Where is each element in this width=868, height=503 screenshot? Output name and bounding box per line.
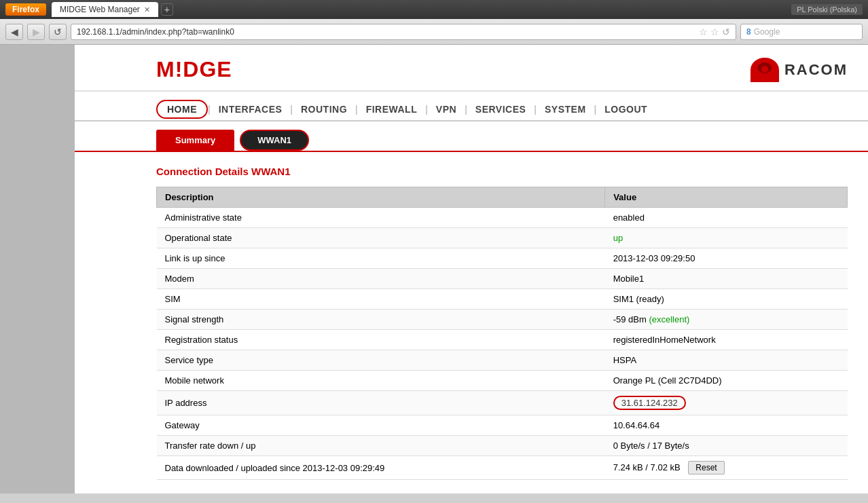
browser-tab[interactable]: MIDGE Web Manager ✕ bbox=[52, 2, 158, 17]
forward-button[interactable]: ▶ bbox=[27, 24, 45, 40]
row-value-reset: 7.24 kB / 7.02 kB Reset bbox=[605, 456, 848, 480]
nav-item-firewall[interactable]: FIREWALL bbox=[358, 98, 426, 120]
row-value-signal: -59 dBm (excellent) bbox=[605, 310, 848, 330]
address-text: 192.168.1.1/admin/index.php?tab=wanlink0 bbox=[77, 27, 234, 37]
new-tab-button[interactable]: + bbox=[161, 3, 173, 16]
table-row: Service type HSPA bbox=[157, 350, 848, 371]
nav-links: HOME | INTERFACES | ROUTING | FIREWALL |… bbox=[156, 98, 848, 120]
search-google-icon: 8 bbox=[746, 27, 751, 37]
nav-item-home[interactable]: HOME bbox=[156, 100, 208, 119]
sidebar-gray bbox=[0, 45, 75, 493]
address-bar[interactable]: 192.168.1.1/admin/index.php?tab=wanlink0… bbox=[71, 24, 736, 40]
main-nav: HOME | INTERFACES | ROUTING | FIREWALL |… bbox=[75, 92, 868, 122]
reload-button[interactable]: ↺ bbox=[49, 24, 67, 40]
row-value-ip: 31.61.124.232 bbox=[605, 391, 848, 415]
row-value: Orange PL (Cell 2C7D4DD) bbox=[605, 371, 848, 391]
row-value: HSPA bbox=[605, 350, 848, 371]
table-row: SIM SIM1 (ready) bbox=[157, 289, 848, 310]
reload-small-icon[interactable]: ↺ bbox=[722, 26, 730, 37]
language-selector[interactable]: PL Polski (Polska) bbox=[791, 4, 863, 15]
col-description: Description bbox=[157, 187, 605, 208]
table-row: Link is up since 2013-12-03 09:29:50 bbox=[157, 248, 848, 269]
table-row: Gateway 10.64.64.64 bbox=[157, 415, 848, 436]
table-row: Administrative state enabled bbox=[157, 208, 848, 228]
tab-close-icon[interactable]: ✕ bbox=[144, 5, 150, 14]
row-desc: Transfer rate down / up bbox=[157, 436, 605, 456]
row-value: enabled bbox=[605, 208, 848, 228]
row-desc: Gateway bbox=[157, 415, 605, 436]
row-value: registeredInHomeNetwork bbox=[605, 330, 848, 350]
nav-item-services[interactable]: SERVICES bbox=[467, 98, 535, 120]
tab-summary[interactable]: Summary bbox=[156, 130, 234, 151]
reset-button[interactable]: Reset bbox=[688, 461, 724, 474]
row-desc: Modem bbox=[157, 269, 605, 289]
site-header: M!DGE RACOM bbox=[75, 45, 868, 92]
firefox-button[interactable]: Firefox bbox=[5, 3, 46, 16]
nav-item-system[interactable]: SYSTEM bbox=[537, 98, 594, 120]
row-desc: Data downloaded / uploaded since 2013-12… bbox=[157, 456, 605, 480]
row-desc: Service type bbox=[157, 350, 605, 371]
star-icon[interactable]: ☆ bbox=[699, 26, 708, 37]
row-desc: SIM bbox=[157, 289, 605, 310]
table-row: Data downloaded / uploaded since 2013-12… bbox=[157, 456, 848, 480]
nav-item-routing[interactable]: ROUTING bbox=[293, 98, 355, 120]
section-title: Connection Details WWAN1 bbox=[156, 166, 848, 177]
tab-bar: Summary WWAN1 bbox=[75, 122, 868, 152]
table-row: Modem Mobile1 bbox=[157, 269, 848, 289]
row-desc: Link is up since bbox=[157, 248, 605, 269]
ip-address-value: 31.61.124.232 bbox=[613, 396, 686, 410]
nav-item-interfaces[interactable]: INTERFACES bbox=[211, 98, 291, 120]
racom-text: RACOM bbox=[784, 61, 848, 79]
details-table: Description Value Administrative state e… bbox=[156, 187, 848, 480]
row-value: Mobile1 bbox=[605, 269, 848, 289]
row-desc: Registration status bbox=[157, 330, 605, 350]
table-row: Registration status registeredInHomeNetw… bbox=[157, 330, 848, 350]
content-area: Connection Details WWAN1 Description Val… bbox=[75, 152, 868, 493]
midge-logo: M!DGE bbox=[156, 57, 232, 82]
row-desc: Administrative state bbox=[157, 208, 605, 228]
row-value-up: up bbox=[605, 228, 848, 248]
page-layout: M!DGE RACOM HOME | INTERFACES | bbox=[0, 45, 868, 493]
search-label: Google bbox=[754, 27, 780, 37]
svg-point-2 bbox=[761, 66, 768, 73]
table-row: Mobile network Orange PL (Cell 2C7D4DD) bbox=[157, 371, 848, 391]
tab-title: MIDGE Web Manager bbox=[60, 5, 140, 14]
racom-icon bbox=[751, 58, 779, 82]
row-value: 0 Byte/s / 17 Byte/s bbox=[605, 436, 848, 456]
table-row: IP address 31.61.124.232 bbox=[157, 391, 848, 415]
table-row: Transfer rate down / up 0 Byte/s / 17 By… bbox=[157, 436, 848, 456]
racom-logo: RACOM bbox=[751, 58, 848, 82]
nav-item-logout[interactable]: LOGOUT bbox=[596, 98, 655, 120]
row-desc: IP address bbox=[157, 391, 605, 415]
search-bar[interactable]: 8 Google bbox=[740, 24, 863, 40]
row-desc: Signal strength bbox=[157, 310, 605, 330]
tab-wwan1[interactable]: WWAN1 bbox=[240, 130, 309, 151]
back-button[interactable]: ◀ bbox=[5, 24, 23, 40]
row-value: 2013-12-03 09:29:50 bbox=[605, 248, 848, 269]
nav-item-vpn[interactable]: VPN bbox=[428, 98, 465, 120]
row-desc: Mobile network bbox=[157, 371, 605, 391]
main-content: M!DGE RACOM HOME | INTERFACES | bbox=[75, 45, 868, 493]
browser-navbar: ◀ ▶ ↺ 192.168.1.1/admin/index.php?tab=wa… bbox=[0, 19, 868, 45]
col-value: Value bbox=[605, 187, 848, 208]
bookmark-icon[interactable]: ☆ bbox=[710, 26, 719, 37]
row-value: SIM1 (ready) bbox=[605, 289, 848, 310]
table-row: Operational state up bbox=[157, 228, 848, 248]
browser-titlebar: Firefox MIDGE Web Manager ✕ + PL Polski … bbox=[0, 0, 868, 19]
row-value: 10.64.64.64 bbox=[605, 415, 848, 436]
table-row: Signal strength -59 dBm (excellent) bbox=[157, 310, 848, 330]
row-desc: Operational state bbox=[157, 228, 605, 248]
